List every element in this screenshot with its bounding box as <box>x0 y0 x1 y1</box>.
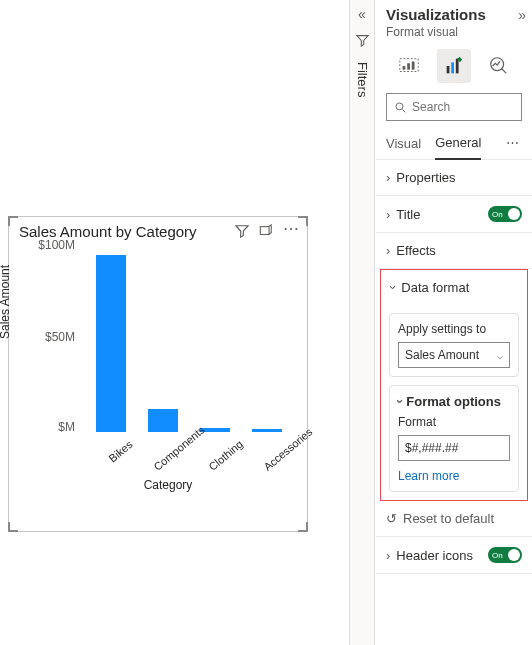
more-options-icon[interactable]: ⋯ <box>283 224 299 240</box>
tab-visual[interactable]: Visual <box>386 130 421 159</box>
search-input[interactable] <box>386 93 522 121</box>
x-tick: Accessories <box>261 438 299 473</box>
filter-icon <box>356 34 369 50</box>
selection-handle-tl[interactable] <box>8 216 18 226</box>
bar[interactable] <box>91 255 131 432</box>
y-tick: $100M <box>29 238 75 252</box>
chevron-down-icon: › <box>386 285 401 289</box>
section-properties[interactable]: › Properties <box>376 160 532 196</box>
section-data-format[interactable]: › Data format <box>381 270 527 305</box>
tab-general[interactable]: General <box>435 129 481 160</box>
bar[interactable] <box>247 429 287 432</box>
reset-to-default[interactable]: ↺ Reset to default <box>376 501 532 537</box>
visualizations-pane: Visualizations » Format visual Visual Ge… <box>376 0 532 645</box>
section-title[interactable]: › Title On <box>376 196 532 233</box>
svg-rect-2 <box>402 66 405 70</box>
expand-pane-icon[interactable]: » <box>518 7 526 23</box>
data-format-group: › Data format Apply settings to Sales Am… <box>380 269 528 501</box>
chevron-down-icon: › <box>393 399 408 403</box>
x-tick: Bikes <box>96 438 134 473</box>
apply-settings-dropdown[interactable]: Sales Amount ⌵ <box>398 342 510 368</box>
format-options-header[interactable]: › Format options <box>398 394 510 409</box>
x-tick: Clothing <box>206 438 244 473</box>
svg-rect-4 <box>411 61 414 69</box>
learn-more-link[interactable]: Learn more <box>398 469 510 483</box>
selection-handle-tr[interactable] <box>298 216 308 226</box>
pane-title: Visualizations <box>386 6 486 23</box>
chevron-right-icon: › <box>386 207 390 222</box>
filter-icon[interactable] <box>235 224 249 240</box>
format-visual-icon[interactable] <box>437 49 471 83</box>
svg-rect-6 <box>451 62 454 73</box>
search-field[interactable] <box>412 100 513 114</box>
reset-icon: ↺ <box>386 511 397 526</box>
expand-filters-icon[interactable]: « <box>358 6 366 22</box>
section-header-icons[interactable]: › Header icons On <box>376 537 532 574</box>
svg-rect-0 <box>260 226 269 234</box>
chevron-right-icon: › <box>386 243 390 258</box>
search-icon <box>395 101 406 114</box>
filters-label: Filters <box>355 62 370 97</box>
format-input[interactable]: $#,###.## <box>398 435 510 461</box>
selection-handle-bl[interactable] <box>8 522 18 532</box>
focus-mode-icon[interactable] <box>259 224 273 240</box>
bar[interactable] <box>143 409 183 432</box>
plot-area: $100M $50M $M <box>79 244 299 432</box>
svg-point-9 <box>396 102 403 109</box>
svg-rect-5 <box>447 66 450 73</box>
x-tick: Components <box>151 438 189 473</box>
y-tick: $M <box>29 420 75 434</box>
header-icons-toggle[interactable]: On <box>488 547 522 563</box>
pane-subtitle: Format visual <box>376 25 532 45</box>
chevron-down-icon: ⌵ <box>497 350 503 361</box>
filters-pane-collapsed[interactable]: « Filters <box>349 0 375 645</box>
chevron-right-icon: › <box>386 548 390 563</box>
chevron-right-icon: › <box>386 170 390 185</box>
selection-handle-br[interactable] <box>298 522 308 532</box>
analytics-icon[interactable] <box>482 49 516 83</box>
title-toggle[interactable]: On <box>488 206 522 222</box>
apply-settings-label: Apply settings to <box>398 322 510 336</box>
format-options-block: › Format options Format $#,###.## Learn … <box>389 385 519 492</box>
y-axis-label: Sales Amount <box>0 265 12 339</box>
build-visual-icon[interactable] <box>392 49 426 83</box>
format-label: Format <box>398 415 510 429</box>
section-effects[interactable]: › Effects <box>376 233 532 269</box>
chart-visual[interactable]: Sales Amount by Category ⋯ Sales Amount … <box>8 216 308 532</box>
y-tick: $50M <box>29 330 75 344</box>
apply-settings-block: Apply settings to Sales Amount ⌵ <box>389 313 519 377</box>
svg-rect-3 <box>407 63 410 69</box>
tabs-more-icon[interactable]: ⋯ <box>504 135 522 154</box>
report-canvas[interactable]: Sales Amount by Category ⋯ Sales Amount … <box>0 0 348 645</box>
x-axis-label: Category <box>37 478 299 492</box>
